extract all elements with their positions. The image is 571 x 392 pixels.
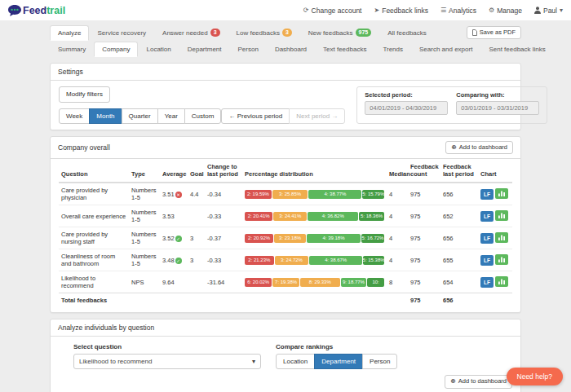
modify-filters-button[interactable]: Modify filters xyxy=(59,86,110,102)
tab-location-label: Location xyxy=(146,46,170,53)
gear-icon: ⚙ xyxy=(489,7,494,14)
chart-button[interactable] xyxy=(495,188,508,199)
comparing-with-value[interactable]: 03/01/2019 - 03/31/2019 xyxy=(456,101,539,115)
send-icon: ➤ xyxy=(374,7,379,14)
total-feedbacks-row: Total feedbacks 975 656 xyxy=(59,293,512,308)
tab-answer-needed[interactable]: Answer needed 3 xyxy=(154,24,228,41)
nav-manage[interactable]: ⚙ Manage xyxy=(489,7,522,15)
tab-department[interactable]: Department xyxy=(179,42,230,57)
table-row: Overall care experience Numbers 1-5 3.53… xyxy=(59,205,512,227)
tab-all-feedbacks[interactable]: All feedbacks xyxy=(379,25,435,41)
tab-company[interactable]: Company xyxy=(94,42,138,57)
tab-text-feedbacks[interactable]: Text feedbacks xyxy=(315,42,374,57)
lf-button[interactable]: LF xyxy=(480,233,494,244)
feedback-count-cell: 975 xyxy=(408,205,440,227)
goal-cell xyxy=(188,205,205,227)
period-week-button[interactable]: Week xyxy=(59,108,90,124)
average-cell: 3.51✕ xyxy=(160,183,188,205)
next-period-button[interactable]: Next period → xyxy=(289,108,345,124)
previous-period-button[interactable]: ← Previous period xyxy=(221,108,290,124)
tab-sent-feedback-links[interactable]: Sent feedback links xyxy=(480,42,553,57)
col-goal: Goal xyxy=(188,159,205,183)
lf-button[interactable]: LF xyxy=(480,189,494,200)
distribution-cell: 2: 20.41% 3: 24.41% 4: 36.82% 5: 18.36% xyxy=(242,205,387,227)
tab-search-and-export[interactable]: Search and export xyxy=(411,42,480,57)
dist-segment: 5: 15.38% xyxy=(363,256,384,265)
tab-dashboard-label: Dashboard xyxy=(275,46,307,53)
dist-segment: 5: 16.72% xyxy=(361,234,384,243)
add-to-dashboard-button[interactable]: ⊕ Add to dashboard xyxy=(445,141,513,155)
compare-location-button[interactable]: Location xyxy=(276,354,315,369)
tab-summary[interactable]: Summary xyxy=(50,42,94,57)
add-to-dashboard-button[interactable]: ⊕ Add to dashboard xyxy=(445,375,512,389)
nav-analytics-label: Analytics xyxy=(449,7,476,15)
distribution-bar: 2: 19.59% 3: 25.85% 4: 38.77% 5: 15.79% xyxy=(245,190,384,199)
tab-analyze[interactable]: Analyze xyxy=(50,25,89,41)
tab-trends[interactable]: Trends xyxy=(374,42,411,57)
nav-analytics[interactable]: ☰ Analytics xyxy=(440,7,476,15)
tab-person[interactable]: Person xyxy=(230,42,267,57)
period-quarter-button[interactable]: Quarter xyxy=(122,108,158,124)
period-custom-button[interactable]: Custom xyxy=(184,108,222,124)
chart-cell: LF xyxy=(478,249,512,271)
col-average: Average xyxy=(160,159,188,183)
distribution-cell: 2: 20.92% 3: 23.18% 4: 39.18% 5: 16.72% xyxy=(242,227,387,249)
logo[interactable]: Feedtrail xyxy=(8,5,65,16)
question-select[interactable]: Likelihood to recommend ▾ xyxy=(73,354,261,369)
nav-feedback-links-label: Feedback links xyxy=(382,7,428,15)
chart-button[interactable] xyxy=(495,210,508,221)
feedback-count-cell: 975 xyxy=(408,227,440,249)
type-cell: Numbers 1-5 xyxy=(129,205,160,227)
secondary-tab-bar: Summary Company Location Department Pers… xyxy=(50,42,521,57)
tab-dashboard[interactable]: Dashboard xyxy=(267,42,315,57)
goal-cell: 3 xyxy=(188,227,205,249)
tab-all-feedbacks-label: All feedbacks xyxy=(387,29,427,37)
select-question-label: Select question xyxy=(73,343,261,350)
lf-button[interactable]: LF xyxy=(480,277,494,288)
compare-person-button[interactable]: Person xyxy=(362,354,397,369)
save-as-pdf-button[interactable]: Save as PDF xyxy=(467,26,521,40)
lf-button[interactable]: LF xyxy=(480,211,494,222)
list-icon: ☰ xyxy=(440,7,446,14)
total-feedbacks-label: Total feedbacks xyxy=(59,293,129,308)
tab-new-feedbacks-label: New feedbacks xyxy=(308,29,353,37)
tab-service-recovery-label: Service recovery xyxy=(97,29,146,37)
selected-period-label: Selected period: xyxy=(365,91,448,99)
median-cell: 4 xyxy=(387,183,408,205)
change-cell: -0.37 xyxy=(205,227,242,249)
analyze-individuals-panel: Analyze individuals by question Select q… xyxy=(50,319,521,392)
goal-cell: 3 xyxy=(188,249,205,271)
question-cell: Cleanliness of room and bathroom xyxy=(59,249,129,271)
table-row: Care provided by physician Numbers 1-5 3… xyxy=(59,183,512,205)
bar-chart-icon xyxy=(498,235,505,240)
chart-button[interactable] xyxy=(495,254,508,265)
lf-button[interactable]: LF xyxy=(480,255,494,266)
logo-text-trail: trail xyxy=(46,5,65,16)
chart-button[interactable] xyxy=(495,276,508,287)
period-year-button[interactable]: Year xyxy=(157,108,185,124)
nav-feedback-links[interactable]: ➤ Feedback links xyxy=(374,7,427,15)
save-as-pdf-label: Save as PDF xyxy=(480,29,516,37)
dist-segment: 5: 15.79% xyxy=(362,190,384,199)
period-summary-box: Selected period: 04/01/2019 - 04/30/2019… xyxy=(356,86,547,123)
period-month-button[interactable]: Month xyxy=(89,108,122,124)
tab-location[interactable]: Location xyxy=(138,42,179,57)
distribution-bar: 2: 20.92% 3: 23.18% 4: 39.18% 5: 16.72% xyxy=(245,234,384,243)
nav-change-account[interactable]: ⟳ Change account xyxy=(303,7,362,15)
feedback-count-cell: 975 xyxy=(408,271,440,293)
tab-answer-needed-label: Answer needed xyxy=(162,29,208,37)
tab-department-label: Department xyxy=(188,46,222,53)
user-menu[interactable]: Paul ▾ xyxy=(534,7,563,15)
tab-new-feedbacks[interactable]: New feedbacks 975 xyxy=(300,24,379,41)
company-overall-table: Question Type Average Goal Change to las… xyxy=(59,159,512,307)
distribution-cell: 6: 20.02% 7: 19.38% 8: 29.33% 9: 18.77% … xyxy=(242,271,387,293)
need-help-button[interactable]: Need help? xyxy=(507,368,563,385)
compare-rankings-group: Location Department Person xyxy=(276,354,397,369)
tab-low-feedbacks[interactable]: Low feedbacks 3 xyxy=(228,24,300,41)
chart-button[interactable] xyxy=(495,232,508,243)
tab-low-feedbacks-label: Low feedbacks xyxy=(237,29,280,37)
question-select-value: Likelihood to recommend xyxy=(79,358,152,365)
selected-period-value[interactable]: 04/01/2019 - 04/30/2019 xyxy=(365,101,448,115)
tab-service-recovery[interactable]: Service recovery xyxy=(89,25,154,41)
compare-department-button[interactable]: Department xyxy=(314,354,363,369)
